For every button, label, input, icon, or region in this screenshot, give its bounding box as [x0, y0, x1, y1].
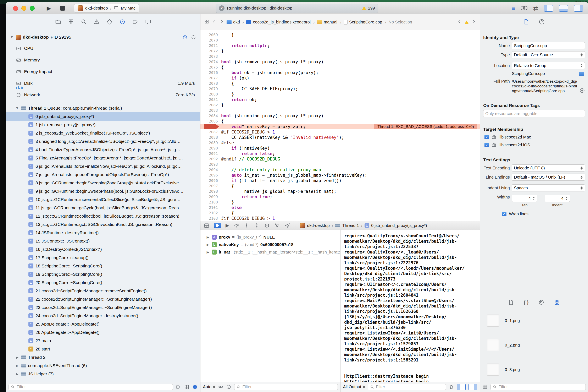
- file-inspector-tab[interactable]: [523, 19, 530, 26]
- close-button[interactable]: [13, 6, 18, 11]
- stack-frame-row[interactable]: 18 ScriptingCore::~ScriptingCore(): [6, 262, 200, 270]
- file-template-library-tab[interactable]: [508, 299, 514, 306]
- disclosure-closed-icon[interactable]: ▶: [206, 243, 210, 247]
- stack-frame-row[interactable]: 20 ScriptingCore::~ScriptingCore(): [6, 278, 200, 287]
- toggle-debug-area-button[interactable]: [559, 5, 568, 12]
- object-library-tab[interactable]: [538, 299, 545, 306]
- code-text[interactable]: // delete entry in native proxy map: [221, 167, 321, 172]
- indent-using-popup[interactable]: Spaces: [512, 184, 585, 192]
- variable-row[interactable]: ▶LnativeKey = (void *) 0x608000057c18: [200, 241, 340, 248]
- debug-crumb-process[interactable]: dkd-desktop: [307, 223, 330, 228]
- code-text[interactable]: return false;: [221, 151, 275, 156]
- assistant-editor-button[interactable]: [521, 6, 528, 10]
- project-navigator-tab[interactable]: [55, 19, 61, 26]
- checkbox-checked-icon[interactable]: ✓: [485, 135, 489, 139]
- debug-navigator-tab[interactable]: [119, 19, 126, 26]
- code-text[interactable]: void* nativeKey = proxy->ptr;: [221, 124, 306, 129]
- breakpoint-navigator-tab[interactable]: [132, 19, 138, 26]
- grid-filter-icon[interactable]: [184, 384, 189, 390]
- forward-icon[interactable]: [219, 19, 224, 25]
- gauge-row-cpu[interactable]: CPU: [6, 42, 200, 54]
- library-filter-field[interactable]: [491, 384, 586, 390]
- step-into-icon[interactable]: [244, 223, 249, 228]
- stack-frame-row[interactable]: 3 unsigned long js::gc::Arena::finalize<…: [6, 137, 200, 146]
- scheme-selector[interactable]: dkd-desktop › My Mac: [74, 4, 139, 13]
- info-icon[interactable]: [226, 384, 231, 390]
- code-text[interactable]: #if COCOS2D_DEBUG > 1: [221, 216, 275, 221]
- issue-navigator-tab[interactable]: [94, 19, 100, 26]
- tab-width-stepper[interactable]: 4: [512, 195, 537, 202]
- pause-process-icon[interactable]: [182, 35, 188, 40]
- stack-frame-row[interactable]: 13 js::gc::GCRuntime::gc(JSGCInvocationK…: [6, 220, 200, 228]
- code-text[interactable]: {: [221, 65, 224, 70]
- active-filter-icon[interactable]: [192, 384, 198, 390]
- code-text[interactable]: bool jsb_unbind_proxy(js_proxy_t* proxy): [221, 113, 324, 118]
- stack-frame-row[interactable]: 28 start: [6, 345, 200, 353]
- code-text[interactable]: CC_SAFE_DELETE(proxy);: [221, 86, 298, 91]
- zoom-button[interactable]: [30, 6, 35, 11]
- stack-frame-row[interactable]: 0 jsb_unbind_proxy(js_proxy*): [6, 112, 200, 121]
- breadcrumb-file[interactable]: ScriptingCore.cpp: [344, 20, 382, 24]
- line-endings-popup[interactable]: Default - macOS / Unix (LF): [512, 174, 585, 181]
- quicklook-eye-icon[interactable]: [218, 384, 223, 390]
- breadcrumb-group[interactable]: manual: [317, 20, 337, 24]
- simulate-location-icon[interactable]: [285, 223, 290, 228]
- issues-indicator[interactable]: 299: [362, 6, 375, 10]
- debug-crumb-frame[interactable]: 0 jsb_unbind_proxy(js_proxy*): [371, 223, 427, 228]
- dock-variables-button[interactable]: [457, 384, 466, 390]
- stack-frame-row[interactable]: 16 js::DestroyContext(JSContext*): [6, 245, 200, 254]
- library-filter-input[interactable]: [499, 384, 584, 389]
- stack-frame-row[interactable]: 4 bool FinalizeTypedArenas<JSObject>(js:…: [6, 146, 200, 154]
- target-row-ios[interactable]: ✓ libjscocos2d iOS: [483, 142, 585, 148]
- process-row[interactable]: ▼ dkd-desktop PID 29195: [6, 33, 200, 41]
- code-text[interactable]: bool ok = jsb_unbind_proxy(proxy);: [221, 70, 318, 75]
- code-text[interactable]: }: [221, 200, 234, 205]
- breadcrumb-project[interactable]: dkd: [227, 20, 240, 24]
- disclosure-closed-icon[interactable]: ▶: [206, 235, 210, 239]
- toggle-navigator-button[interactable]: [544, 5, 553, 12]
- code-text[interactable]: if (it_nat != _native_js_global_map->end…: [221, 178, 341, 183]
- console-filter-field[interactable]: [368, 384, 446, 390]
- stack-frame-row[interactable]: 25 AppDelegate::~AppDelegate(): [6, 320, 200, 328]
- wrap-lines-row[interactable]: ✓ Wrap lines: [483, 212, 585, 216]
- media-item[interactable]: 0_3.png: [480, 357, 588, 382]
- code-text[interactable]: #else: [221, 140, 234, 145]
- find-navigator-tab[interactable]: [81, 19, 87, 26]
- stack-frame-row[interactable]: 23 cocos2d::ScriptEngineManager::~Script…: [6, 303, 200, 312]
- console-scope-popup[interactable]: All Output: [343, 384, 365, 389]
- code-text[interactable]: }: [221, 48, 224, 54]
- stack-frame-row[interactable]: 19 ScriptingCore::~ScriptingCore(): [6, 270, 200, 278]
- stack-frame-row[interactable]: 7 js::gc::ArenaLists::queueForegroundObj…: [6, 170, 200, 179]
- stack-frame-row[interactable]: 26 AppDelegate::~AppDelegate(): [6, 328, 200, 336]
- disclosure-closed-icon[interactable]: ▶: [15, 356, 19, 360]
- stack-frame-row[interactable]: 14 JSRuntime::destroyRuntime(): [6, 228, 200, 237]
- disclosure-closed-icon[interactable]: ▶: [15, 364, 19, 368]
- stack-frame-row[interactable]: 8 js::gc::GCRuntime::beginSweepingZoneGr…: [6, 179, 200, 187]
- gauge-row-network[interactable]: Network Zero KB/s: [6, 89, 200, 101]
- thread-row[interactable]: ▶Thread 2: [6, 353, 200, 362]
- reveal-in-finder-icon[interactable]: [580, 88, 585, 93]
- choose-folder-icon[interactable]: [579, 72, 584, 76]
- stack-frame-row[interactable]: 10 js::gc::GCRuntime::incrementalCollect…: [6, 196, 200, 204]
- media-library-tab[interactable]: [554, 299, 560, 306]
- test-navigator-tab[interactable]: [106, 19, 113, 26]
- code-text[interactable]: {: [221, 81, 234, 86]
- console-filter-input[interactable]: [376, 384, 444, 389]
- stack-frame-row[interactable]: 24 cocos2d::ScriptEngineManager::destroy…: [6, 312, 200, 320]
- stepper-arrows-icon[interactable]: [565, 196, 569, 201]
- code-text[interactable]: bool jsb_remove_proxy(js_proxy_t* proxy): [221, 60, 324, 64]
- target-row-mac[interactable]: ✓ libjscocos2d Mac: [483, 134, 585, 140]
- debug-crumb-thread[interactable]: Thread 1: [342, 223, 359, 228]
- thread-row[interactable]: ▶com.apple.NSEventThread (6): [6, 362, 200, 370]
- stack-frame-row[interactable]: 6 js::gc::ArenaLists::forceFinalizeNow(j…: [6, 162, 200, 170]
- disclosure-open-icon[interactable]: ▼: [15, 106, 19, 110]
- code-text[interactable]: if (!nativeKey): [221, 146, 270, 151]
- error-annotation[interactable]: Thread 1: EXC_BAD_ACCESS (code=1, addres…: [374, 124, 477, 129]
- standard-editor-button[interactable]: ≡: [512, 5, 515, 12]
- breakpoints-toggle-button[interactable]: [214, 223, 221, 228]
- disclosure-open-icon[interactable]: ▼: [10, 35, 14, 39]
- stack-frame-row[interactable]: 11 js::gc::GCRuntime::gcCycle(bool, js::…: [6, 204, 200, 212]
- type-popup[interactable]: Default - C++ Source: [512, 51, 585, 58]
- checkbox-checked-icon[interactable]: ✓: [485, 143, 489, 147]
- toggle-inspector-button[interactable]: [574, 5, 583, 12]
